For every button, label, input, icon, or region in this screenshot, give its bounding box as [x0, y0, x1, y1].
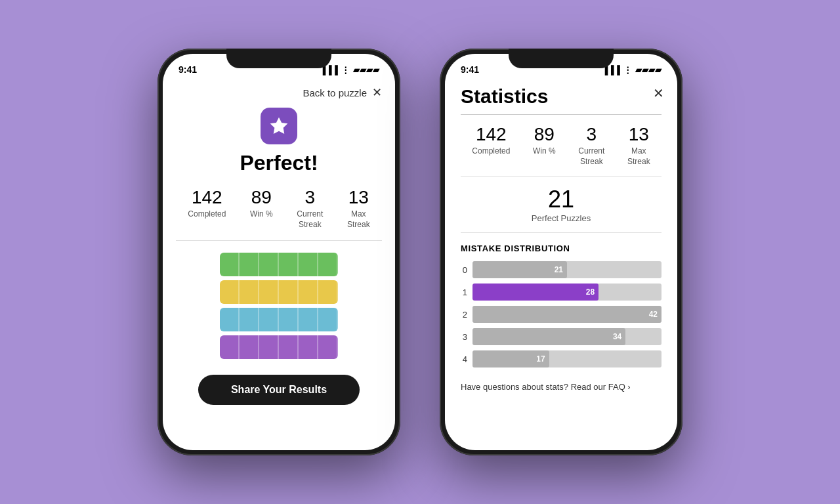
- phone-notch-1: [226, 49, 331, 68]
- stat-maxstreak: 13 MaxStreak: [347, 187, 370, 230]
- bar-row-1: 1 28: [461, 284, 662, 301]
- stat-streak-label: CurrentStreak: [297, 209, 323, 230]
- stat2-maxstreak-label: MaxStreak: [627, 146, 650, 167]
- stat-completed-label: Completed: [188, 209, 226, 220]
- wifi-icon: ⋮: [341, 65, 350, 75]
- status-icons-1: ▐▐▐ ⋮ ▰▰▰▰: [320, 65, 379, 75]
- bar-val-2: 42: [649, 310, 658, 319]
- color-blocks: [220, 253, 338, 359]
- bar-fill-0: 21: [472, 261, 567, 278]
- phone2-content: Statistics 142 Completed 89 Win % 3 Curr…: [445, 80, 677, 450]
- status-icons-2: ▐▐▐ ⋮ ▰▰▰▰: [602, 65, 662, 75]
- bar-bg-0: 21: [472, 261, 662, 278]
- bar-row-4: 4 17: [461, 350, 662, 368]
- title-divider: [461, 114, 662, 115]
- stats-row-1: 142 Completed 89 Win % 3 CurrentStreak 1…: [176, 187, 382, 241]
- stat-maxstreak-num: 13: [348, 187, 369, 208]
- bar-bg-4: 17: [472, 350, 662, 368]
- bar-index-3: 3: [461, 332, 467, 342]
- phone-notch-2: [509, 49, 614, 68]
- stat2-completed-num: 142: [476, 124, 507, 145]
- back-label[interactable]: Back to puzzle: [303, 87, 367, 98]
- back-to-puzzle-bar: Back to puzzle ✕: [176, 80, 382, 108]
- battery-icon: ▰▰▰▰: [353, 65, 379, 75]
- stat2-winpct: 89 Win %: [533, 124, 556, 167]
- time-1: 9:41: [178, 64, 197, 75]
- perfect-puzzles-section: 21 Perfect Puzzles: [461, 186, 662, 233]
- close-icon[interactable]: ✕: [372, 85, 382, 100]
- battery-icon-2: ▰▰▰▰: [635, 65, 662, 75]
- bar-row-3: 3 34: [461, 328, 662, 345]
- stat-completed: 142 Completed: [188, 187, 226, 230]
- block-purple: [220, 335, 338, 359]
- bar-index-0: 0: [461, 265, 467, 275]
- stat2-streak-num: 3: [587, 124, 597, 145]
- perfect-title: Perfect!: [240, 151, 318, 175]
- stat-streak-num: 3: [305, 187, 316, 208]
- bar-index-4: 4: [461, 354, 467, 364]
- phone-2-screen: 9:41 ▐▐▐ ⋮ ▰▰▰▰ ✕ Statistics 142 Complet…: [445, 54, 677, 450]
- block-yellow: [220, 280, 338, 304]
- bar-row-2: 2 42: [461, 306, 662, 323]
- share-button[interactable]: Share Your Results: [198, 375, 360, 405]
- stat-streak: 3 CurrentStreak: [297, 187, 323, 230]
- stat2-winpct-num: 89: [534, 124, 555, 145]
- bar-fill-4: 17: [472, 350, 549, 368]
- time-2: 9:41: [461, 64, 479, 75]
- perfect-puzzles-number: 21: [548, 186, 574, 213]
- phone-2: 9:41 ▐▐▐ ⋮ ▰▰▰▰ ✕ Statistics 142 Complet…: [440, 49, 682, 455]
- statistics-title: Statistics: [461, 80, 662, 108]
- bar-fill-2: 42: [472, 306, 662, 323]
- stat-winpct-label: Win %: [250, 209, 273, 220]
- star-icon-box: [261, 108, 297, 144]
- bar-index-1: 1: [461, 287, 467, 297]
- phone-1: 9:41 ▐▐▐ ⋮ ▰▰▰▰ Back to puzzle ✕ Perfect…: [158, 49, 400, 455]
- stat-completed-num: 142: [192, 187, 222, 208]
- stat2-streak: 3 CurrentStreak: [578, 124, 604, 167]
- stat-winpct-num: 89: [251, 187, 272, 208]
- stat2-maxstreak-num: 13: [629, 124, 649, 145]
- bar-index-2: 2: [461, 310, 467, 320]
- faq-link[interactable]: Have questions about stats? Read our FAQ…: [461, 382, 662, 397]
- bar-bg-3: 34: [472, 328, 662, 345]
- bar-val-4: 17: [536, 354, 545, 364]
- bar-fill-1: 28: [472, 284, 598, 301]
- phone1-content: Back to puzzle ✕ Perfect! 142 Completed …: [163, 80, 395, 450]
- block-blue: [220, 308, 338, 331]
- stat2-streak-label: CurrentStreak: [578, 146, 604, 167]
- mistake-distribution-title: MISTAKE DISTRIBUTION: [461, 243, 662, 253]
- bar-row-0: 0 21: [461, 261, 662, 278]
- perfect-puzzles-label: Perfect Puzzles: [532, 213, 591, 223]
- stats-row-2: 142 Completed 89 Win % 3 CurrentStreak 1…: [461, 124, 662, 177]
- wifi-icon-2: ⋮: [623, 65, 632, 75]
- stat2-maxstreak: 13 MaxStreak: [627, 124, 650, 167]
- modal-close-icon[interactable]: ✕: [653, 85, 664, 101]
- stat-winpct: 89 Win %: [250, 187, 273, 230]
- block-green: [220, 253, 338, 276]
- stat2-winpct-label: Win %: [533, 146, 556, 157]
- bar-fill-3: 34: [472, 328, 625, 345]
- bar-val-0: 21: [555, 265, 563, 274]
- bar-val-3: 34: [613, 332, 621, 341]
- phone-1-screen: 9:41 ▐▐▐ ⋮ ▰▰▰▰ Back to puzzle ✕ Perfect…: [163, 54, 395, 450]
- star-icon: [268, 116, 289, 136]
- stat2-completed-label: Completed: [472, 146, 510, 157]
- stat-maxstreak-label: MaxStreak: [347, 209, 370, 230]
- stat2-completed: 142 Completed: [472, 124, 510, 167]
- bar-bg-1: 28: [472, 284, 662, 301]
- bar-bg-2: 42: [472, 306, 662, 323]
- bar-val-1: 28: [586, 287, 595, 297]
